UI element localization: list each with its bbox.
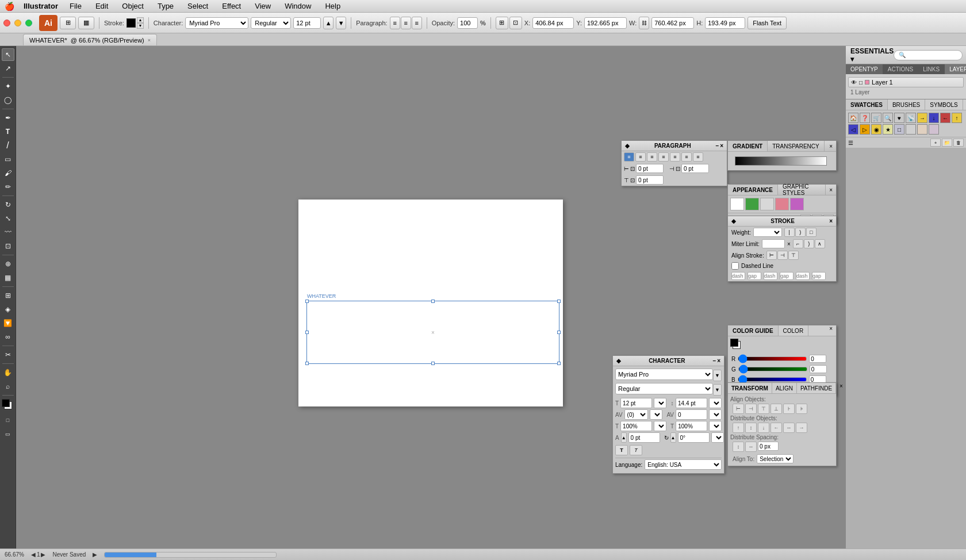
para-justify[interactable]: ≡ [658,152,669,162]
char-size-select[interactable] [654,398,666,408]
gradient-bar[interactable] [735,156,827,166]
dashed-line-checkbox[interactable] [731,262,739,270]
tab-close-btn[interactable]: × [148,37,151,43]
weight-select[interactable] [753,228,782,237]
right-indent-input[interactable] [681,164,709,173]
swatch-cart[interactable]: 🛒 [871,113,881,123]
character-collapse-icon[interactable]: ◆ [616,358,621,364]
swatch-star[interactable]: ★ [883,124,893,135]
tab-gradient[interactable]: GRADIENT [728,141,768,151]
dist-v-center[interactable]: ↕ [745,423,757,433]
style-select[interactable]: Regular [251,17,291,29]
char-leading-select[interactable] [709,398,722,408]
swatch-add-btn[interactable]: + [930,139,941,147]
swatch-help[interactable]: ❓ [860,113,870,123]
language-select[interactable]: English: USA [645,459,722,470]
character-close[interactable]: × [717,358,720,364]
size-up[interactable]: ▼ [336,17,346,29]
g-input[interactable] [810,365,827,373]
char-kerning-select[interactable]: (0) [624,409,649,420]
align-v-center[interactable]: ⊦ [783,404,795,414]
char-kerning-select2[interactable] [650,409,662,420]
dist-right[interactable]: → [796,423,807,433]
tab-actions[interactable]: ACTIONS [883,64,918,74]
dash1-input[interactable] [731,272,745,280]
appearance-close[interactable]: × [826,187,836,193]
align-h-center[interactable]: ⊣ [745,404,757,414]
handle-mid-left[interactable] [305,331,309,334]
char-style-select[interactable]: Regular [615,383,713,394]
spacing-input[interactable] [758,442,779,451]
app-swatch-5[interactable] [790,198,804,210]
style-arrow[interactable]: ▼ [713,384,722,396]
space-before-input[interactable] [636,175,664,185]
align-right-edge[interactable]: ⊤ [758,404,769,414]
lasso-tool[interactable]: ◯ [2,94,14,106]
para-align-center[interactable]: ≡ [635,152,646,162]
artboard-next[interactable]: ▶ [41,551,45,558]
free-transform-tool[interactable]: ⊡ [2,240,14,252]
char-leading-input[interactable] [676,398,707,408]
cap-butt[interactable]: | [784,228,795,237]
r-slider[interactable] [738,356,807,361]
essentials-search[interactable] [894,50,963,60]
char-vscale-select[interactable] [709,421,722,431]
char-font-select[interactable]: Myriad Pro [615,369,713,380]
para-justify-all[interactable]: ≡ [670,152,680,162]
line-tool[interactable]: / [2,139,14,152]
swatch-sq3[interactable] [917,124,927,135]
swatch-trash-btn[interactable]: 🗑 [953,139,964,147]
swatch-rss[interactable]: 📡 [906,113,916,123]
swatch-arrow-tr[interactable]: ▷ [860,124,870,135]
tab-transform[interactable]: TRANSFORM [728,383,772,393]
para-justify-center[interactable]: ≡ [681,152,692,162]
char-tracking-select[interactable] [709,409,722,420]
character-minimize[interactable]: – [713,358,716,364]
text-frame[interactable]: WHATEVER × [306,301,559,364]
h-input[interactable] [705,17,745,29]
para-justify-right[interactable]: ≡ [693,152,703,162]
lock-icon[interactable]: □ [859,79,862,86]
swatch-sq1[interactable]: □ [894,124,904,135]
zoom-tool[interactable]: ⌕ [2,380,14,393]
color-none-btn[interactable]: □ [2,414,14,427]
menu-object[interactable]: Object [120,2,146,10]
stroke-collapse-icon[interactable]: ◆ [731,218,736,224]
coord-btn1[interactable]: ⊞ [496,17,508,29]
rotate-tool[interactable]: ↻ [2,198,14,211]
handle-top-right[interactable] [557,300,561,303]
g-slider[interactable] [738,367,807,371]
swatch-arrow-tl[interactable]: ◁ [848,124,858,135]
size-down[interactable]: ▲ [323,17,334,29]
type-tool[interactable]: T [2,125,14,138]
menu-effect[interactable]: Effect [220,2,243,10]
char-rotation-select[interactable] [711,432,724,443]
pen-tool[interactable]: ✒ [2,112,14,124]
stroke-close[interactable]: × [829,218,833,224]
char-tracking-input[interactable] [676,409,707,420]
swatch-sq4[interactable] [929,124,939,135]
mesh-tool[interactable]: ⊞ [2,289,14,302]
align-left-edge[interactable]: ⊢ [733,404,744,414]
dist-h-center[interactable]: ↔ [783,423,795,433]
tab-brushes[interactable]: BRUSHES [888,99,925,110]
direct-selection-tool[interactable]: ↗ [2,62,14,75]
paragraph-minimize[interactable]: – [716,143,719,149]
swatch-home[interactable]: 🏠 [848,113,858,123]
scissors-tool[interactable]: ✂ [2,348,14,361]
join-miter[interactable]: ⌐ [793,239,803,248]
gradient-tool[interactable]: ◈ [2,303,14,316]
eyedropper-tool[interactable]: 🔽 [2,317,14,329]
switcher-button[interactable]: ⊞ [60,17,76,29]
b-slider[interactable] [738,377,807,382]
dist-left[interactable]: ← [770,423,782,433]
indent-left-stepper[interactable]: ⊡ [630,166,635,172]
align-right[interactable]: ≡ [412,17,422,29]
swatch-heart[interactable]: ♥ [894,113,904,123]
color-close[interactable]: × [826,325,836,336]
tab-color[interactable]: COLOR [779,325,809,336]
char-hscale-select[interactable] [654,421,666,431]
align-center-stroke[interactable]: ⊢ [766,251,777,260]
align-left[interactable]: ≡ [390,17,400,29]
swatch-arrow-r[interactable]: → [917,113,927,123]
